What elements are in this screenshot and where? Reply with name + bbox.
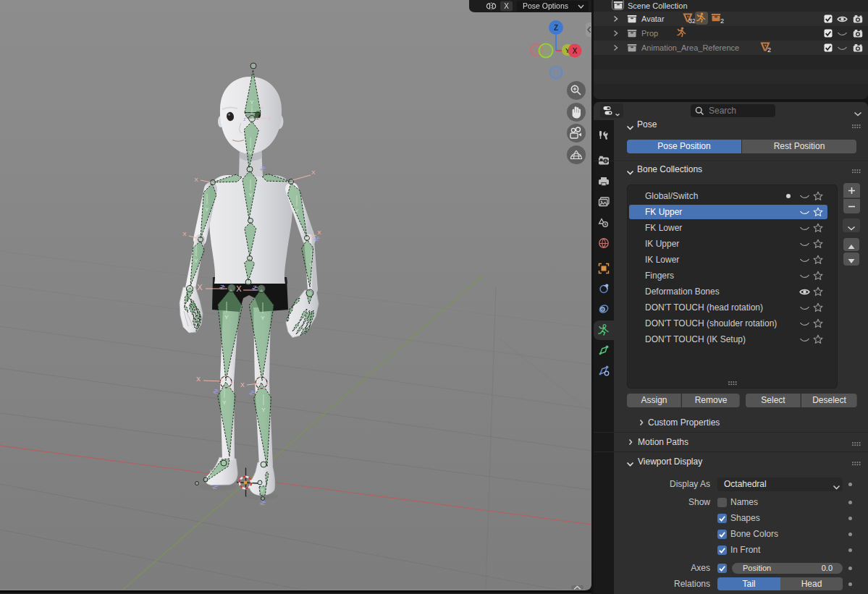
svg-text:Y: Y: [248, 150, 253, 156]
svg-text:Y: Y: [194, 258, 198, 264]
svg-text:X: X: [311, 169, 316, 176]
svg-text:Y: Y: [250, 99, 254, 106]
svg-text:X: X: [194, 177, 198, 183]
svg-text:Y: Y: [248, 192, 253, 198]
svg-text:X: X: [197, 283, 203, 292]
svg-text:X: X: [196, 376, 201, 383]
svg-text:X: X: [182, 231, 187, 237]
svg-text:X: X: [573, 47, 578, 55]
svg-text:Y: Y: [261, 407, 266, 413]
svg-text:X: X: [504, 2, 509, 10]
svg-text:X: X: [236, 284, 242, 293]
svg-text:Y: Y: [224, 314, 229, 321]
svg-text:Y: Y: [309, 262, 313, 268]
svg-text:x: x: [268, 116, 271, 121]
svg-text:Z: Z: [554, 24, 558, 32]
svg-text:Y: Y: [209, 474, 213, 479]
svg-text:Y: Y: [205, 206, 209, 213]
svg-text:Y: Y: [222, 399, 227, 406]
svg-text:z: z: [243, 116, 246, 122]
svg-text:Y: Y: [261, 488, 264, 493]
svg-text:Y: Y: [261, 315, 265, 321]
svg-text:X: X: [240, 381, 245, 389]
svg-text:Pose Options: Pose Options: [523, 1, 568, 10]
svg-text:Y: Y: [295, 208, 299, 214]
